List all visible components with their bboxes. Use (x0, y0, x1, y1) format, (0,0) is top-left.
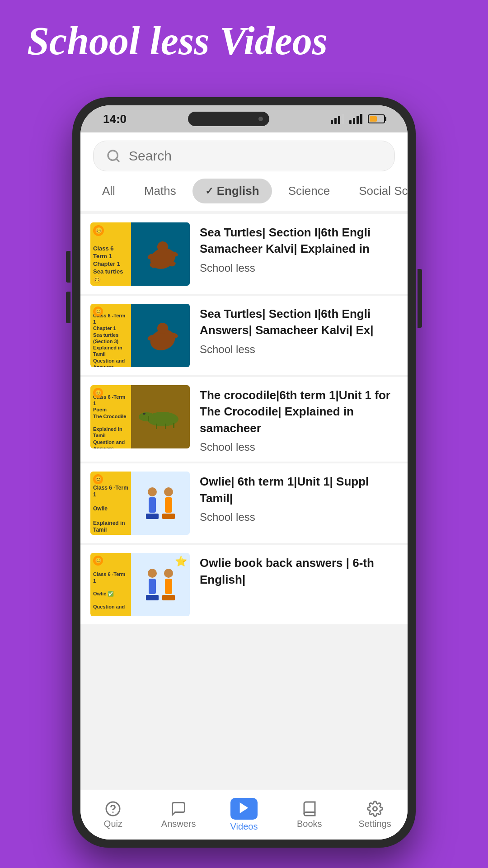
nav-settings[interactable]: Settings (342, 801, 408, 829)
video-title-1: Sea Turtles| Section I|6th Engli Samache… (200, 224, 398, 257)
tab-science[interactable]: Science (276, 179, 343, 203)
nav-answers[interactable]: Answers (146, 801, 211, 829)
video-channel-4: School less (200, 511, 398, 524)
status-bar: 14:0 (80, 105, 408, 132)
svg-rect-17 (156, 424, 157, 429)
svg-rect-16 (148, 416, 149, 421)
svg-point-9 (157, 323, 168, 334)
nav-quiz[interactable]: Quiz (80, 801, 146, 829)
search-bar[interactable] (93, 141, 395, 171)
gear-icon (367, 801, 383, 817)
phone-frame: 14:0 (72, 97, 416, 848)
tab-all[interactable]: All (89, 179, 128, 203)
thumbnail-4: 😊 Class 6 -Term 1OwlieExplained in Tamil (90, 472, 190, 535)
video-info-3: The crocodile|6th term 1|Unit 1 for The … (200, 385, 398, 453)
nav-quiz-label: Quiz (104, 819, 122, 829)
video-channel-3: School less (200, 441, 398, 453)
thumbnail-3: 😊 Class 6 -Term 1PoemThe CrocodileExplai… (90, 385, 190, 448)
signal-icon-2 (349, 114, 362, 124)
video-title-2: Sea Turtles| Section I|6th Engli Answers… (200, 306, 398, 339)
video-item-3[interactable]: 😊 Class 6 -Term 1PoemThe CrocodileExplai… (80, 377, 408, 462)
video-item-2[interactable]: 😊 Class 6 -Term 1Chapter 1Sea turtles(Se… (80, 296, 408, 375)
search-container (80, 132, 408, 175)
tab-maths[interactable]: Maths (131, 179, 189, 203)
phone-screen: 14:0 (80, 105, 408, 840)
status-icons (331, 114, 385, 124)
nav-books-label: Books (297, 819, 322, 829)
signal-icon (331, 114, 344, 124)
video-item-1[interactable]: 😊 Class 6Term 1Chapter 1Sea turtles 😊 (80, 214, 408, 294)
tab-english[interactable]: ✓ English (192, 179, 272, 203)
video-title-3: The crocodile|6th term 1|Unit 1 for The … (200, 387, 398, 436)
video-item-5[interactable]: 😊 Class 6 -Term 1Owlie ✅Question and ⭐ (80, 545, 408, 624)
svg-point-3 (157, 241, 168, 252)
notch (188, 112, 269, 126)
video-info-5: Owlie book back answers | 6-th English| (200, 553, 398, 592)
video-info-2: Sea Turtles| Section I|6th Engli Answers… (200, 304, 398, 356)
svg-point-13 (139, 412, 155, 421)
svg-rect-18 (165, 424, 166, 429)
video-channel-2: School less (200, 343, 398, 356)
svg-marker-22 (240, 802, 249, 813)
nav-videos-label: Videos (230, 821, 258, 832)
thumbnail-5: 😊 Class 6 -Term 1Owlie ✅Question and ⭐ (90, 553, 190, 616)
svg-line-1 (116, 159, 119, 161)
status-time: 14:0 (103, 112, 127, 126)
tab-social[interactable]: Social Science (346, 179, 408, 203)
video-info-4: Owlie| 6th term 1|Unit 1| Suppl Tamil| S… (200, 472, 398, 524)
chat-icon (170, 801, 187, 817)
thumbnail-1: 😊 Class 6Term 1Chapter 1Sea turtles 😊 (90, 222, 190, 286)
nav-answers-label: Answers (161, 819, 196, 829)
app-title: School less Videos (27, 18, 328, 64)
search-icon (106, 149, 121, 163)
play-icon (237, 801, 251, 815)
video-title-5: Owlie book back answers | 6-th English| (200, 555, 398, 588)
filter-tabs: All Maths ✓ English Science Social Scien… (80, 175, 408, 211)
battery-icon (368, 114, 385, 123)
book-icon (301, 801, 318, 817)
svg-rect-19 (173, 423, 174, 428)
search-input[interactable] (129, 148, 382, 164)
svg-point-23 (373, 807, 377, 811)
nav-videos[interactable]: Videos (211, 798, 277, 832)
svg-point-15 (143, 413, 145, 415)
video-list: 😊 Class 6Term 1Chapter 1Sea turtles 😊 (80, 211, 408, 790)
video-channel-1: School less (200, 262, 398, 274)
nav-books[interactable]: Books (277, 801, 342, 829)
thumbnail-2: 😊 Class 6 -Term 1Chapter 1Sea turtles(Se… (90, 304, 190, 367)
video-info-1: Sea Turtles| Section I|6th Engli Samache… (200, 222, 398, 274)
nav-settings-label: Settings (358, 819, 391, 829)
bottom-nav: Quiz Answers Videos (80, 790, 408, 840)
video-item-4[interactable]: 😊 Class 6 -Term 1OwlieExplained in Tamil (80, 463, 408, 543)
question-icon (105, 801, 121, 817)
video-title-4: Owlie| 6th term 1|Unit 1| Suppl Tamil| (200, 473, 398, 506)
